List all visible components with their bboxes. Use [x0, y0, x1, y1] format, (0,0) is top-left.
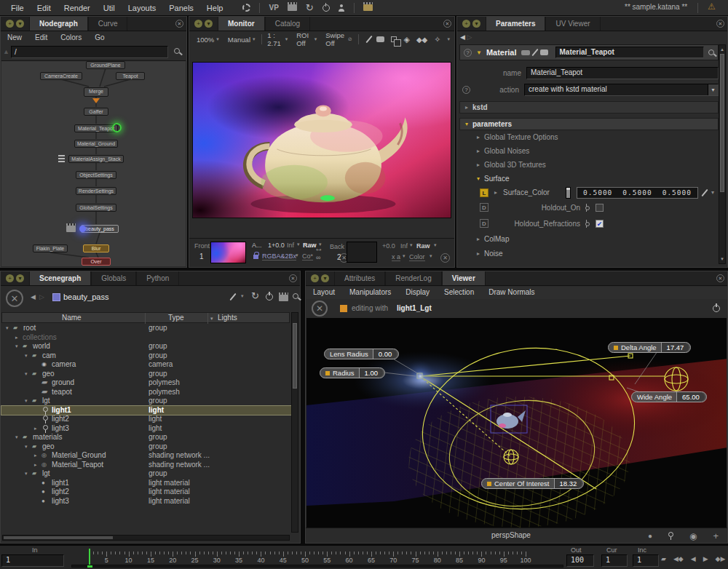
- h-scrollbar[interactable]: [2, 535, 290, 541]
- power-icon[interactable]: [266, 293, 273, 301]
- viewer-menu-layout[interactable]: Layout: [306, 287, 342, 299]
- scenegraph-row-camera[interactable]: ◉cameracamera: [1, 360, 291, 370]
- viewer-menu-display[interactable]: Display: [398, 287, 437, 299]
- add-icon[interactable]: +: [713, 530, 719, 541]
- front-channels[interactable]: RGBA&2Bx: [262, 252, 296, 260]
- badge-icon[interactable]: [521, 50, 530, 55]
- expander-icon[interactable]: ▾: [25, 370, 28, 379]
- back-icon[interactable]: ◀: [460, 33, 465, 41]
- pen-icon[interactable]: [229, 293, 236, 301]
- camera-name[interactable]: perspShape: [491, 531, 531, 539]
- scrollbar[interactable]: [291, 312, 298, 533]
- zoom-select[interactable]: 100%▾: [194, 36, 222, 44]
- swap-icon[interactable]: ↔: [314, 243, 323, 253]
- expander-icon[interactable]: ▾: [25, 397, 28, 406]
- pane-split-icon[interactable]: +: [194, 20, 202, 28]
- swipe-toggle[interactable]: Swipe Off⊘: [323, 31, 355, 47]
- scenegraph-row-light2[interactable]: ●light2light material: [1, 488, 291, 497]
- ratio-select[interactable]: 1 : 2.71▾: [264, 31, 290, 47]
- pen-icon[interactable]: [366, 36, 373, 43]
- state-widget[interactable]: [586, 204, 590, 212]
- nodegraph-menu-new[interactable]: New: [1, 32, 28, 44]
- slate-icon[interactable]: [279, 295, 288, 301]
- node-materialassign-stack[interactable]: MaterialAssign_Stack: [68, 155, 124, 163]
- column-type[interactable]: Type: [168, 314, 184, 322]
- scenegraph-row-lgt[interactable]: ▾▰lgtgroup: [1, 397, 291, 406]
- clear-icon[interactable]: ✕: [312, 301, 328, 317]
- lock-icon[interactable]: [253, 255, 258, 259]
- manipulator-readout-wide-angle[interactable]: Wide Angle65.00: [631, 391, 707, 402]
- node-cameracreate[interactable]: CameraCreate: [40, 72, 82, 80]
- visibility-icon[interactable]: ●: [648, 532, 652, 540]
- pane-menu-icon[interactable]: ▾: [472, 20, 480, 28]
- nodegraph-menu-edit[interactable]: Edit: [28, 32, 54, 44]
- scenegraph-row-light3[interactable]: ●light3light material: [1, 497, 291, 506]
- column-name[interactable]: Name: [62, 314, 82, 322]
- name-input[interactable]: Material_Teapot: [526, 67, 719, 79]
- dropdown-icon[interactable]: ▾: [210, 316, 213, 322]
- back-exposure[interactable]: +0.0: [382, 242, 395, 250]
- scenegraph-row-light2[interactable]: light2light: [1, 415, 291, 424]
- close-icon[interactable]: ✕: [289, 274, 297, 282]
- aperture-icon[interactable]: ◉: [689, 531, 697, 541]
- parameters-section[interactable]: ▾parameters: [459, 118, 719, 130]
- pane-split-icon[interactable]: +: [311, 274, 319, 282]
- menu-render[interactable]: Render: [58, 4, 97, 12]
- scenegraph-row-collections[interactable]: ▸collections: [1, 333, 291, 343]
- node-teapot[interactable]: Teapot: [116, 72, 145, 80]
- tab-catalog[interactable]: Catalog: [265, 17, 310, 31]
- front-pass-name[interactable]: A...: [252, 242, 262, 249]
- readout-value[interactable]: 0.00: [373, 349, 397, 359]
- menu-util[interactable]: Util: [97, 4, 122, 12]
- pane-split-icon[interactable]: +: [6, 274, 14, 282]
- back-icon[interactable]: ◀: [31, 293, 36, 301]
- dropdown-icon[interactable]: ▼: [708, 84, 718, 95]
- collapse-icon[interactable]: ▾: [477, 175, 480, 182]
- scrollbar-thumb[interactable]: [720, 54, 724, 192]
- sync-icon[interactable]: ↻: [306, 2, 314, 13]
- expander-icon[interactable]: ▸: [34, 461, 37, 470]
- tab-attributes[interactable]: Attributes: [334, 271, 385, 285]
- back-colorspace[interactable]: Color: [409, 253, 425, 261]
- frame-next-icon[interactable]: ▶: [703, 555, 708, 562]
- close-icon[interactable]: ✕: [716, 20, 724, 28]
- scenegraph-row-ground[interactable]: ▰▰groundpolymesh: [1, 378, 291, 388]
- vp-icon[interactable]: VP: [269, 4, 278, 12]
- scenegraph-row-root[interactable]: ▾▰rootgroup: [1, 324, 291, 333]
- target-icon[interactable]: ✧: [434, 35, 440, 44]
- close-icon[interactable]: ✕: [443, 20, 451, 28]
- node-name-field[interactable]: Material_Teapot: [555, 47, 705, 58]
- dropdown-icon[interactable]: ▾: [241, 293, 244, 299]
- power-icon[interactable]: [713, 305, 720, 312]
- working-node-name[interactable]: beauty_pass: [63, 293, 108, 301]
- tab-monitor[interactable]: Monitor: [218, 17, 265, 31]
- pane-split-icon[interactable]: +: [462, 20, 470, 28]
- out-field[interactable]: 100: [566, 554, 594, 567]
- scenegraph-row-light1[interactable]: ●light1light material: [1, 479, 291, 488]
- front-filter[interactable]: Inf: [287, 242, 294, 249]
- colmap-group[interactable]: ▸ColMap: [459, 231, 719, 246]
- frame-prev-icon[interactable]: ◀: [691, 555, 696, 562]
- scrollbar[interactable]: ▴ ▾: [719, 44, 726, 264]
- expand-icon[interactable]: ▸: [477, 134, 480, 140]
- tab-curve[interactable]: Curve: [88, 17, 128, 31]
- frame-ruler[interactable]: 5101520253035404550556065707580859095100: [71, 547, 563, 566]
- expand-icon[interactable]: ▸: [477, 148, 480, 154]
- wrench-icon[interactable]: [531, 49, 538, 56]
- menu-file[interactable]: File: [4, 4, 31, 12]
- search-icon[interactable]: [708, 49, 714, 55]
- menu-help[interactable]: Help: [200, 4, 230, 12]
- editing-node[interactable]: light1_Lgt: [397, 304, 432, 312]
- clear-icon[interactable]: ✕: [6, 290, 23, 307]
- tab-viewer[interactable]: Viewer: [442, 271, 486, 285]
- expander-icon[interactable]: ▾: [25, 351, 28, 361]
- tab-renderlog[interactable]: RenderLog: [385, 271, 441, 285]
- readout-value[interactable]: 1.00: [359, 368, 384, 378]
- nodegraph-menu-colors[interactable]: Colors: [54, 32, 88, 44]
- node-objectsettings[interactable]: ObjectSettings: [76, 171, 116, 179]
- node-gaffer[interactable]: Gaffer: [84, 108, 108, 116]
- forward-icon[interactable]: ▷: [467, 33, 472, 41]
- group-global-texture-options[interactable]: ▸Global Texture Options: [459, 130, 719, 144]
- viewer-menu-draw-normals[interactable]: Draw Normals: [481, 287, 542, 299]
- dropdown-icon[interactable]: ▾: [447, 36, 450, 42]
